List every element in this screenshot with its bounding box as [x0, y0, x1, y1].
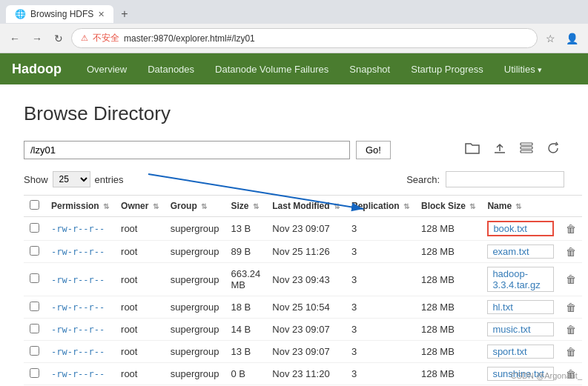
col-modified[interactable]: Last Modified ⇅ [266, 196, 346, 217]
row-permission-2: -rw-r--r-- [51, 275, 105, 285]
nav-datanode-volume[interactable]: Datanode Volume Failures [205, 55, 339, 84]
row-blocksize-5: 128 MB [415, 341, 481, 363]
tab-bar: 🌐 Browsing HDFS ✕ + [0, 0, 588, 24]
row-checkbox-5[interactable] [30, 346, 39, 356]
row-checkbox-2[interactable] [30, 273, 39, 283]
nav-overview[interactable]: Overview [76, 55, 137, 84]
go-button[interactable]: Go! [356, 141, 391, 159]
row-size-3: 18 B [225, 296, 267, 319]
nav-utilities[interactable]: Utilities [494, 55, 552, 84]
table-row: -rw-r--r-- root supergroup 18 B Nov 25 1… [24, 296, 582, 319]
table-row: -rw-r--r-- root supergroup 13 B Nov 23 0… [24, 217, 582, 241]
nav-snapshot[interactable]: Snapshot [339, 55, 400, 84]
sort-owner-icon: ⇅ [153, 202, 159, 210]
hadoop-nav: Hadoop Overview Datanodes Datanode Volum… [0, 53, 588, 84]
col-permission[interactable]: Permission ⇅ [45, 196, 115, 217]
active-tab: 🌐 Browsing HDFS ✕ [6, 5, 113, 23]
path-input[interactable] [24, 141, 350, 159]
table-body: -rw-r--r-- root supergroup 13 B Nov 23 0… [24, 217, 582, 387]
svg-rect-0 [521, 143, 532, 145]
upload-file-btn[interactable] [489, 140, 511, 159]
address-text[interactable]: master:9870/explorer.html#/lzy01 [124, 33, 528, 44]
watermark: CSDN @Argonaut_ [511, 371, 582, 380]
row-modified-3: Nov 25 10:54 [266, 296, 346, 319]
back-btn[interactable]: ← [6, 31, 24, 46]
row-modified-2: Nov 23 09:43 [266, 263, 346, 296]
row-size-4: 14 B [225, 319, 267, 341]
tab-close-btn[interactable]: ✕ [98, 10, 105, 19]
profile-btn[interactable]: 👤 [562, 31, 582, 46]
nav-startup[interactable]: Startup Progress [400, 55, 494, 84]
row-delete-btn-3[interactable]: 🗑 [566, 302, 576, 313]
forward-btn[interactable]: → [28, 31, 46, 46]
svg-rect-2 [521, 150, 532, 153]
row-owner-2: root [115, 263, 165, 296]
row-checkbox-3[interactable] [30, 302, 39, 311]
row-checkbox-0[interactable] [30, 223, 39, 233]
row-owner-6: root [115, 363, 165, 385]
entries-select[interactable]: 10 25 50 100 [53, 171, 90, 187]
upload-icon-btn[interactable] [460, 140, 484, 159]
sort-size-icon: ⇅ [253, 202, 259, 210]
search-input[interactable] [446, 171, 564, 187]
bookmark-btn[interactable]: ☆ [542, 31, 559, 46]
browser-chrome: 🌐 Browsing HDFS ✕ + ← → ↻ ⚠ 不安全 master:9… [0, 0, 588, 53]
row-delete-btn-5[interactable]: 🗑 [566, 346, 576, 358]
col-group[interactable]: Group ⇅ [165, 196, 225, 217]
entries-label: entries [95, 174, 124, 185]
row-replication-4: 3 [346, 319, 415, 341]
security-icon: ⚠ [81, 33, 88, 43]
row-delete-btn-1[interactable]: 🗑 [566, 246, 576, 258]
row-blocksize-3: 128 MB [415, 296, 481, 319]
row-modified-0: Nov 23 09:07 [266, 217, 346, 241]
select-all-checkbox[interactable] [30, 200, 39, 210]
sort-group-icon: ⇅ [201, 202, 207, 210]
row-modified-4: Nov 23 09:07 [266, 319, 346, 341]
search-label: Search: [406, 174, 440, 185]
row-blocksize-6: 128 MB [415, 363, 481, 385]
row-size-0: 13 B [225, 217, 267, 241]
new-tab-btn[interactable]: + [115, 4, 133, 24]
row-name-2[interactable]: hadoop-3.3.4.tar.gz [487, 267, 554, 292]
row-group-4: supergroup [165, 319, 225, 341]
sort-permission-icon: ⇅ [103, 202, 109, 210]
row-delete-btn-2[interactable]: 🗑 [566, 273, 576, 285]
sort-blocksize-icon: ⇅ [469, 202, 475, 210]
row-size-5: 13 B [225, 341, 267, 363]
col-blocksize[interactable]: Block Size ⇅ [415, 196, 481, 217]
col-owner[interactable]: Owner ⇅ [115, 196, 165, 217]
sort-modified-icon: ⇅ [334, 202, 340, 210]
table-row: -rw-r--r-- root supergroup 89 B Nov 25 1… [24, 241, 582, 263]
refresh-btn[interactable]: ↻ [50, 31, 67, 46]
col-name[interactable]: Name ⇅ [481, 196, 560, 217]
path-row: Go! [24, 140, 564, 159]
row-name-3[interactable]: hl.txt [487, 300, 554, 314]
row-name-0[interactable]: book.txt [487, 221, 554, 236]
col-actions [560, 196, 582, 217]
row-delete-btn-0[interactable]: 🗑 [566, 223, 576, 235]
refresh-view-btn[interactable] [542, 140, 564, 159]
row-replication-2: 3 [346, 263, 415, 296]
list-view-btn[interactable] [515, 140, 538, 159]
col-replication[interactable]: Replication ⇅ [346, 196, 415, 217]
table-row: -rw-r--r-- root supergroup 0 B Nov 23 11… [24, 363, 582, 385]
row-name-5[interactable]: sport.txt [487, 345, 554, 359]
sort-name-icon: ⇅ [515, 202, 521, 210]
row-checkbox-1[interactable] [30, 246, 39, 256]
row-replication-1: 3 [346, 241, 415, 263]
row-size-2: 663.24 MB [225, 263, 267, 296]
row-checkbox-6[interactable] [30, 368, 39, 378]
row-name-1[interactable]: exam.txt [487, 244, 554, 259]
row-size-6: 0 B [225, 363, 267, 385]
data-table: Permission ⇅ Owner ⇅ Group ⇅ Size ⇅ Last… [24, 195, 582, 386]
sort-replication-icon: ⇅ [403, 202, 409, 210]
row-delete-btn-4[interactable]: 🗑 [566, 324, 576, 336]
row-modified-1: Nov 25 11:26 [266, 241, 346, 263]
row-checkbox-4[interactable] [30, 324, 39, 333]
row-name-4[interactable]: music.txt [487, 322, 554, 336]
tab-title: Browsing HDFS [30, 9, 93, 19]
row-replication-3: 3 [346, 296, 415, 319]
col-size[interactable]: Size ⇅ [225, 196, 267, 217]
row-group-0: supergroup [165, 217, 225, 241]
nav-datanodes[interactable]: Datanodes [137, 55, 205, 84]
